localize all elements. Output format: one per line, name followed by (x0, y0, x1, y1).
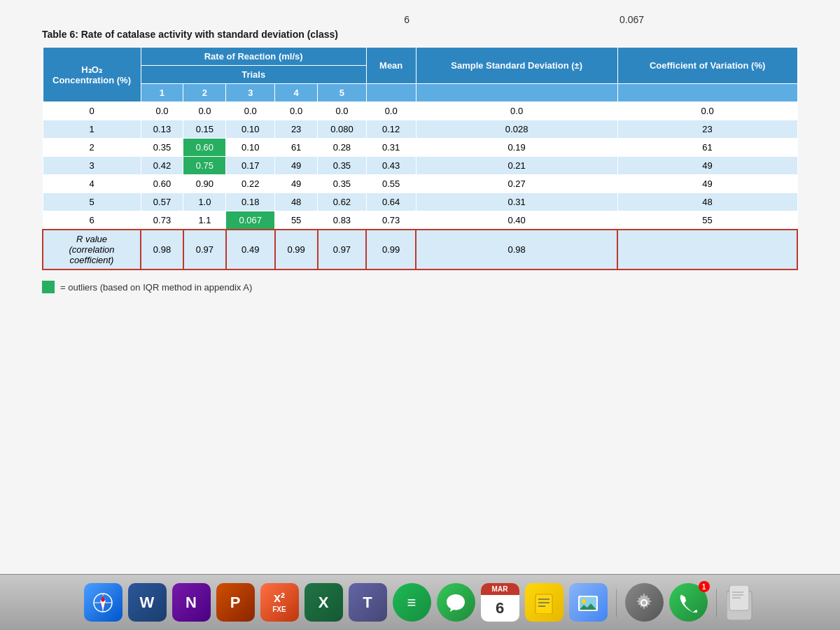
h2o2-header: H₂O₂ Concentration (%) (43, 48, 141, 102)
mean-cell: 0.43 (366, 157, 416, 175)
std-cell: 0.27 (416, 175, 617, 193)
r-t2: 0.97 (183, 230, 226, 270)
cv-cell: 23 (617, 120, 797, 139)
r-t5: 0.97 (318, 230, 367, 270)
t3-cell: 0.22 (226, 175, 275, 193)
r-cv (617, 230, 797, 270)
t4-cell: 49 (275, 175, 318, 193)
t1-cell: 0.35 (141, 139, 183, 157)
cv-cell: 55 (617, 211, 797, 230)
mean-cell: 0.0 (366, 102, 416, 120)
std-cell: 0.21 (416, 157, 617, 175)
trial-2-header: 2 (183, 84, 226, 102)
r-t4: 0.99 (275, 230, 318, 270)
coeff-var-header: Coefficient of Variation (%) (617, 48, 797, 84)
t3-cell: 0.18 (226, 193, 275, 211)
t5-cell: 0.35 (318, 175, 367, 193)
t2-cell: 0.60 (183, 139, 226, 157)
dock-item-settings[interactable] (625, 583, 664, 622)
t4-cell: 55 (275, 211, 318, 230)
std-cell: 0.0 (416, 102, 617, 120)
dock-item-word[interactable]: W (128, 583, 167, 622)
t5-cell: 0.0 (318, 102, 367, 120)
cv-cell: 0.0 (617, 102, 797, 120)
r-mean: 0.99 (366, 230, 416, 270)
dock-item-excel[interactable]: X (304, 583, 343, 622)
t2-cell: 0.75 (183, 157, 226, 175)
t3-cell: 0.10 (226, 139, 275, 157)
dock: W N P x² FXE X T ≡ MAR 6 (0, 574, 840, 630)
r-t1: 0.98 (141, 230, 183, 270)
conc-cell: 5 (43, 193, 141, 211)
trial-5-header: 5 (318, 84, 367, 102)
legend-box (42, 281, 55, 293)
conc-cell: 2 (43, 139, 141, 157)
dock-item-powerpoint[interactable]: P (216, 583, 255, 622)
t2-cell: 0.0 (183, 102, 226, 120)
content-area: 6 0.067 Table 6: Rate of catalase activi… (0, 0, 840, 574)
dock-item-safari[interactable] (84, 583, 122, 622)
r-value-label: R value(correlationcoefficient) (43, 230, 141, 270)
t1-cell: 0.0 (141, 102, 183, 120)
dock-item-spotify[interactable]: ≡ (393, 583, 431, 622)
calendar-month: MAR (481, 583, 519, 595)
t1-cell: 0.60 (141, 175, 183, 193)
std-dev-header: Sample Standard Deviation (±) (416, 48, 617, 84)
cv-cell: 49 (617, 175, 797, 193)
cv-sub-header (617, 84, 797, 102)
data-table: H₂O₂ Concentration (%) Rate of Reaction … (42, 47, 798, 270)
std-sub-header (416, 84, 617, 102)
t5-cell: 0.62 (318, 193, 367, 211)
dock-item-calendar[interactable]: MAR 6 (481, 583, 519, 622)
t1-cell: 0.57 (141, 193, 183, 211)
trial-3-header: 3 (226, 84, 275, 102)
t1-cell: 0.42 (141, 157, 183, 175)
rate-of-reaction-header: Rate of Reaction (ml/s) (141, 48, 366, 66)
table-title: Table 6: Rate of catalase activity with … (42, 29, 798, 40)
top-number: 6 (404, 14, 410, 25)
dock-item-messages[interactable] (437, 583, 475, 622)
t3-cell: 0.10 (226, 120, 275, 139)
std-cell: 0.19 (416, 139, 617, 157)
t2-cell: 0.90 (183, 175, 226, 193)
std-cell: 0.40 (416, 211, 617, 230)
dock-item-notes[interactable] (525, 583, 564, 622)
t2-cell: 1.1 (183, 211, 226, 230)
trial-1-header: 1 (141, 84, 183, 102)
dock-item-fxe[interactable]: x² FXE (260, 583, 299, 622)
r-t3: 0.49 (226, 230, 275, 270)
t4-cell: 61 (275, 139, 318, 157)
conc-cell: 3 (43, 157, 141, 175)
dock-item-teams[interactable]: T (349, 583, 387, 622)
cv-cell: 61 (617, 139, 797, 157)
t4-cell: 49 (275, 157, 318, 175)
dock-item-phone[interactable]: 1 (669, 583, 708, 622)
legend: = outliers (based on IQR method in appen… (42, 281, 798, 293)
cv-cell: 49 (617, 157, 797, 175)
mean-cell: 0.64 (366, 193, 416, 211)
t2-cell: 1.0 (183, 193, 226, 211)
t5-cell: 0.080 (318, 120, 367, 139)
screen: 6 0.067 Table 6: Rate of catalase activi… (0, 0, 840, 630)
r-std: 0.98 (416, 230, 617, 270)
dock-item-preview[interactable] (569, 583, 608, 622)
mean-cell: 0.12 (366, 120, 416, 139)
svg-rect-5 (536, 594, 552, 614)
t4-cell: 0.0 (275, 102, 318, 120)
top-value: 0.067 (620, 14, 644, 25)
t3-cell: 0.067 (226, 211, 275, 230)
dock-item-onenote[interactable]: N (172, 583, 211, 622)
t4-cell: 23 (275, 120, 318, 139)
t1-cell: 0.13 (141, 120, 183, 139)
t3-cell: 0.17 (226, 157, 275, 175)
phone-badge: 1 (699, 581, 710, 592)
conc-cell: 4 (43, 175, 141, 193)
dock-separator (616, 589, 617, 617)
cv-cell: 48 (617, 193, 797, 211)
t4-cell: 48 (275, 193, 318, 211)
top-row: 6 0.067 (42, 14, 798, 25)
dock-item-finder[interactable] (725, 583, 757, 622)
std-cell: 0.028 (416, 120, 617, 139)
t5-cell: 0.35 (318, 157, 367, 175)
dock-separator-2 (716, 589, 717, 617)
